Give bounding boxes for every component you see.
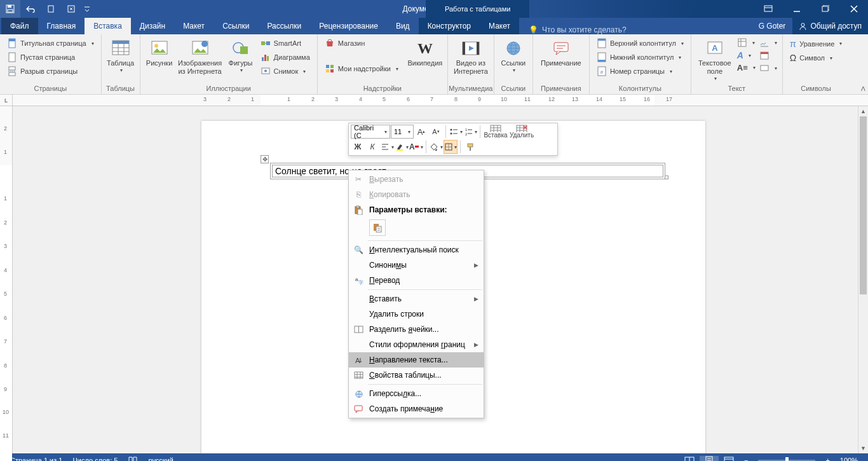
store-button[interactable]: Магазин xyxy=(321,36,402,50)
mini-delete-button[interactable]: Удалить xyxy=(509,125,534,139)
ctx-border-styles[interactable]: Стили оформления границ▶ xyxy=(349,337,484,352)
tab-home[interactable]: Главная xyxy=(38,18,85,34)
scroll-up-button[interactable]: ▲ xyxy=(858,106,868,116)
paste-option-keep-source[interactable] xyxy=(369,219,386,236)
web-layout-button[interactable] xyxy=(719,457,739,462)
ribbon-options-button[interactable] xyxy=(754,0,782,18)
bold-button[interactable]: Ж xyxy=(351,140,365,154)
page-indicator[interactable]: Страница 1 из 1 xyxy=(5,457,67,461)
page-number-button[interactable]: #Номер страницы▾ xyxy=(593,64,688,78)
italic-button[interactable]: К xyxy=(365,140,379,154)
tab-table-design[interactable]: Конструктор xyxy=(419,18,480,34)
ctx-synonyms[interactable]: Синонимы▶ xyxy=(349,258,484,273)
user-name[interactable]: G Goter xyxy=(754,22,791,31)
ctx-hyperlink[interactable]: Гиперссылка... xyxy=(349,386,484,401)
datetime-button[interactable] xyxy=(757,49,779,62)
zoom-in-button[interactable]: + xyxy=(820,457,834,461)
grow-font-button[interactable]: A▴ xyxy=(414,125,428,139)
vertical-ruler[interactable]: 2 1 1 2 3 4 5 6 7 8 9 10 11 xyxy=(0,106,13,453)
word-count[interactable]: Число слов: 5 xyxy=(67,457,123,461)
tab-design[interactable]: Дизайн xyxy=(131,18,174,34)
document-viewport[interactable]: ✥ Солнце светит, но не греет Calibri (С▾… xyxy=(13,106,868,453)
comment-button[interactable]: Примечание xyxy=(536,36,586,67)
wikipedia-button[interactable]: WВикипедия xyxy=(406,36,444,67)
tell-me-search[interactable]: 💡Что вы хотите сделать? xyxy=(519,25,636,34)
chart-button[interactable]: Диаграмма xyxy=(257,50,314,64)
wordart-button[interactable]: A▾ xyxy=(735,49,757,62)
font-size-combo[interactable]: 11▾ xyxy=(391,125,414,139)
smartart-button[interactable]: SmartArt xyxy=(257,36,314,50)
save-button[interactable] xyxy=(0,0,20,18)
ctx-smart-lookup[interactable]: 🔍Интеллектуальный поиск xyxy=(349,242,484,258)
tab-file[interactable]: Файл xyxy=(1,18,38,34)
ctx-new-comment[interactable]: Создать примечание xyxy=(349,401,484,416)
qat-customize-button[interactable] xyxy=(81,0,93,18)
scroll-down-button[interactable]: ▼ xyxy=(858,443,868,453)
textbox-button[interactable]: AТекстовое поле▾ xyxy=(695,36,735,82)
minimize-button[interactable] xyxy=(782,0,811,18)
symbol-button[interactable]: ΩСимвол▾ xyxy=(786,51,846,65)
close-button[interactable] xyxy=(839,0,868,18)
ctx-table-properties[interactable]: Свойства таблицы... xyxy=(349,368,484,383)
footer-button[interactable]: Нижний колонтитул▾ xyxy=(593,50,688,64)
cover-page-button[interactable]: Титульная страница▾ xyxy=(3,36,98,50)
tab-view[interactable]: Вид xyxy=(387,18,419,34)
undo-button[interactable] xyxy=(20,0,41,18)
screenshot-button[interactable]: Снимок▾ xyxy=(257,64,314,78)
scrollbar-thumb[interactable] xyxy=(860,116,867,294)
collapse-ribbon-button[interactable]: ᐱ xyxy=(861,85,865,92)
share-button[interactable]: Общий доступ xyxy=(792,18,868,34)
ctx-split-cells[interactable]: Разделить ячейки... xyxy=(349,322,484,337)
tab-insert[interactable]: Вставка xyxy=(85,18,131,34)
read-mode-button[interactable] xyxy=(679,457,700,462)
shapes-button[interactable]: Фигуры▾ xyxy=(225,36,257,74)
ctx-text-direction[interactable]: AНаправление текста... xyxy=(349,352,484,368)
shrink-font-button[interactable]: A▾ xyxy=(429,125,443,139)
touch-mode-button[interactable] xyxy=(61,0,81,18)
format-painter-button[interactable] xyxy=(463,140,477,154)
horizontal-ruler[interactable]: 321 123 456 789 101112 131415 1617 xyxy=(13,95,868,106)
object-button[interactable]: ▾ xyxy=(757,62,779,74)
shading-button[interactable]: ▾ xyxy=(429,140,443,154)
ctx-delete-rows[interactable]: Удалить строки xyxy=(349,306,484,322)
online-video-button[interactable]: Видео из Интернета xyxy=(451,36,491,76)
online-pictures-button[interactable]: Изображения из Интернета xyxy=(175,36,225,76)
tab-review[interactable]: Рецензирование xyxy=(310,18,387,34)
table-move-handle[interactable]: ✥ xyxy=(261,155,269,163)
ruler-corner[interactable]: L xyxy=(0,95,13,106)
font-name-combo[interactable]: Calibri (С▾ xyxy=(351,125,390,139)
equation-button[interactable]: πУравнение▾ xyxy=(786,36,846,51)
print-layout-button[interactable] xyxy=(700,456,719,461)
pictures-button[interactable]: Рисунки xyxy=(144,36,175,67)
tab-layout[interactable]: Макет xyxy=(174,18,214,34)
borders-button[interactable]: ▾ xyxy=(444,140,458,154)
language-indicator[interactable]: русский xyxy=(143,457,178,461)
tab-mailings[interactable]: Рассылки xyxy=(258,18,310,34)
tab-table-layout[interactable]: Макет xyxy=(480,18,519,34)
blank-page-button[interactable]: Пустая страница xyxy=(3,50,98,64)
my-addins-button[interactable]: Мои надстройки▾ xyxy=(321,62,402,76)
repeat-button[interactable] xyxy=(41,0,61,18)
align-button[interactable]: ▾ xyxy=(380,140,394,154)
zoom-level[interactable]: 100% xyxy=(835,457,863,461)
ctx-insert[interactable]: Вставить▶ xyxy=(349,291,484,306)
page-break-button[interactable]: Разрыв страницы xyxy=(3,64,98,78)
dropcap-button[interactable]: A≡▾ xyxy=(735,62,757,74)
font-color-button[interactable]: A▾ xyxy=(409,140,423,154)
numbering-button[interactable]: 12▾ xyxy=(463,125,477,139)
maximize-button[interactable] xyxy=(811,0,839,18)
quick-parts-button[interactable]: ▾ xyxy=(735,36,757,49)
bullets-button[interactable]: ▾ xyxy=(449,125,463,139)
links-button[interactable]: Ссылки▾ xyxy=(498,36,529,74)
ctx-translate[interactable]: а字Перевод xyxy=(349,273,484,288)
mini-insert-button[interactable]: Вставка xyxy=(483,125,508,139)
header-button[interactable]: Верхний колонтитул▾ xyxy=(593,36,688,50)
vertical-scrollbar[interactable]: ▲ ▼ xyxy=(858,106,868,453)
zoom-out-button[interactable]: − xyxy=(739,457,753,461)
tab-references[interactable]: Ссылки xyxy=(214,18,258,34)
table-resize-handle[interactable] xyxy=(665,175,668,179)
table-button[interactable]: Таблица▾ xyxy=(105,36,137,74)
proofing-button[interactable] xyxy=(123,456,143,461)
signature-button[interactable]: ▾ xyxy=(757,36,779,49)
highlight-button[interactable]: ▾ xyxy=(395,140,409,154)
